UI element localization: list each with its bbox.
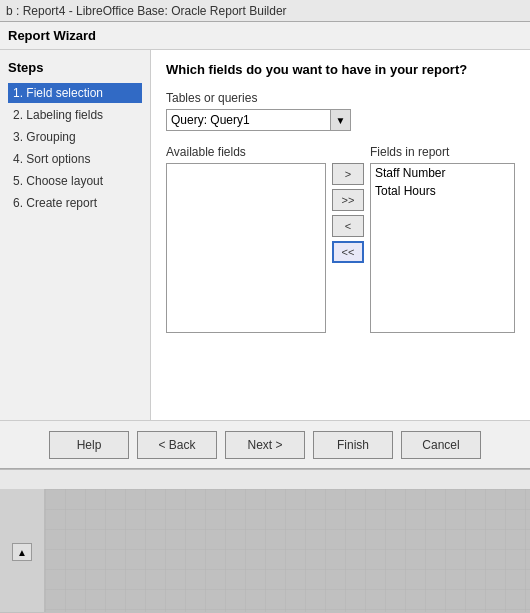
available-fields-list[interactable] (166, 163, 326, 333)
fields-row: Available fields > >> < << (166, 145, 515, 333)
step-item-2[interactable]: 2. Labeling fields (8, 105, 142, 125)
designer-area: ▲ (0, 469, 530, 612)
fields-in-report-list[interactable]: Staff Number Total Hours (370, 163, 515, 333)
left-panel-small: ▲ (0, 489, 45, 612)
list-item[interactable]: Total Hours (371, 182, 514, 200)
title-bar: b : Report4 - LibreOffice Base: Oracle R… (0, 0, 530, 22)
step-item-4[interactable]: 4. Sort options (8, 149, 142, 169)
transfer-buttons-group: > >> < << (326, 163, 370, 263)
designer-canvas: ▲ (0, 489, 530, 612)
move-left-single-button[interactable]: < (332, 215, 364, 237)
main-panel: Which fields do you want to have in your… (151, 50, 530, 420)
title-bar-text: b : Report4 - LibreOffice Base: Oracle R… (6, 4, 287, 18)
query-select[interactable]: Query: Query1 (166, 109, 331, 131)
finish-button[interactable]: Finish (313, 431, 393, 459)
back-button[interactable]: < Back (137, 431, 217, 459)
main-question: Which fields do you want to have in your… (166, 62, 515, 77)
button-bar: Help < Back Next > Finish Cancel (0, 420, 530, 468)
move-left-all-button[interactable]: << (332, 241, 364, 263)
cancel-button[interactable]: Cancel (401, 431, 481, 459)
content-area: Steps 1. Field selection 2. Labeling fie… (0, 50, 530, 420)
available-fields-label: Available fields (166, 145, 326, 159)
move-right-all-button[interactable]: >> (332, 189, 364, 211)
step-item-6[interactable]: 6. Create report (8, 193, 142, 213)
select-arrow-icon[interactable]: ▼ (331, 109, 351, 131)
fields-in-report-section: Fields in report Staff Number Total Hour… (370, 145, 515, 333)
available-fields-section: Available fields (166, 145, 326, 333)
canvas-main (45, 489, 530, 612)
query-select-wrapper: Query: Query1 ▼ (166, 109, 515, 131)
step-item-5[interactable]: 5. Choose layout (8, 171, 142, 191)
help-button[interactable]: Help (49, 431, 129, 459)
steps-title: Steps (8, 60, 142, 75)
list-item[interactable]: Staff Number (371, 164, 514, 182)
designer-ruler (0, 469, 530, 489)
scroll-up-button[interactable]: ▲ (12, 543, 32, 561)
tables-queries-label: Tables or queries (166, 91, 515, 105)
window-area: Report Wizard Steps 1. Field selection 2… (0, 22, 530, 469)
fields-in-report-label: Fields in report (370, 145, 515, 159)
step-item-1[interactable]: 1. Field selection (8, 83, 142, 103)
step-item-3[interactable]: 3. Grouping (8, 127, 142, 147)
steps-panel: Steps 1. Field selection 2. Labeling fie… (0, 50, 151, 420)
report-wizard-title: Report Wizard (0, 22, 530, 50)
move-right-single-button[interactable]: > (332, 163, 364, 185)
next-button[interactable]: Next > (225, 431, 305, 459)
